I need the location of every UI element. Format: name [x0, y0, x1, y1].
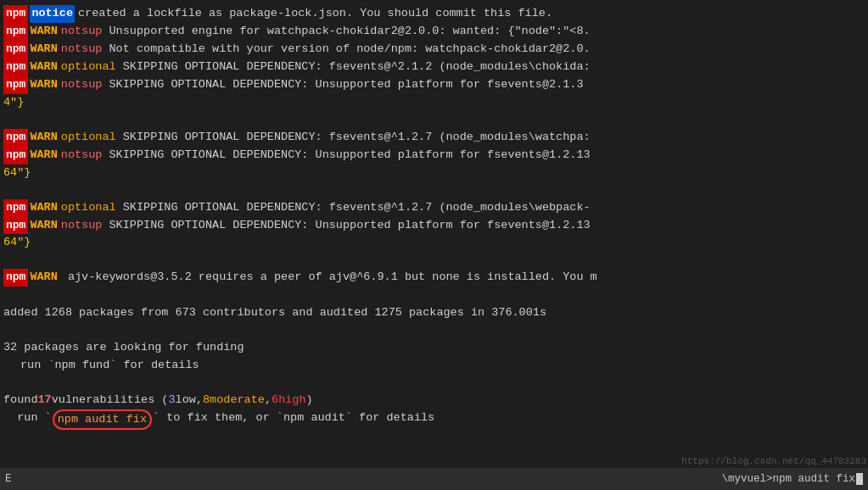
npm-badge: npm [3, 23, 28, 41]
log-line-extra1: 4"} [3, 94, 865, 112]
npm-badge: npm [3, 217, 28, 235]
comma1: , [196, 392, 203, 409]
warn-label: WARN [30, 269, 57, 287]
line-text: Unsupported engine for watchpack-chokida… [102, 23, 590, 41]
line-text: SKIPPING OPTIONAL DEPENDENCY: Unsupporte… [102, 76, 583, 94]
line-text: SKIPPING OPTIONAL DEPENDENCY: Unsupporte… [102, 147, 590, 164]
log-line-18: run ` npm audit fix ` to fix them, or `n… [3, 409, 865, 431]
vuln-suffix: ) [306, 392, 313, 409]
line-text: ajv-keywords@3.5.2 requires a peer of aj… [61, 269, 597, 287]
log-line-extra3: 64"} [3, 234, 865, 252]
warn-label: WARN [30, 129, 57, 147]
log-line-14: added 1268 packages from 673 contributor… [3, 304, 865, 322]
line-text: added 1268 packages from 673 contributor… [3, 304, 546, 322]
high-count: 6 [272, 392, 278, 409]
line-text: 4"} [3, 94, 24, 112]
line-text: run `npm fund` for details [20, 357, 199, 375]
log-line-15: 32 packages are looking for funding [3, 339, 865, 357]
comma2: , [265, 392, 272, 409]
log-line-13: npm WARN ajv-keywords@3.5.2 requires a p… [3, 269, 865, 287]
log-line-extra2: 64"} [3, 164, 865, 182]
fix-prefix: run ` [3, 409, 52, 431]
log-line-10: npm WARN optional SKIPPING OPTIONAL DEPE… [3, 199, 865, 217]
tag-optional: optional [61, 129, 116, 147]
log-line-2: npm WARN notsup Unsupported engine for w… [3, 23, 865, 41]
moderate-count: 8 [203, 392, 210, 409]
line-text: SKIPPING OPTIONAL DEPENDENCY: Unsupporte… [102, 217, 590, 235]
npm-badge: npm [3, 129, 28, 147]
npm-badge: npm [3, 5, 28, 23]
line-text: SKIPPING OPTIONAL DEPENDENCY: fsevents@^… [116, 58, 591, 76]
low-label: low [176, 392, 196, 409]
log-line-4: npm WARN optional SKIPPING OPTIONAL DEPE… [3, 58, 865, 76]
log-line-3: npm WARN notsup Not compatible with your… [3, 41, 865, 58]
bottom-bar: E \myvuel>npm audit fix [0, 468, 868, 490]
moderate-label: moderate [210, 392, 265, 409]
warn-label: WARN [30, 147, 57, 164]
line-text: 64"} [3, 164, 31, 182]
bottom-left: E [5, 473, 12, 485]
warn-label: WARN [30, 41, 57, 58]
npm-badge: npm [3, 269, 28, 287]
line-text: 32 packages are looking for funding [3, 339, 244, 357]
vuln-count: 17 [38, 392, 52, 409]
low-count: 3 [168, 392, 175, 409]
npm-badge: npm [3, 147, 28, 164]
fix-mid: ` to fix them, or `npm audit` for detail… [153, 409, 434, 431]
npm-badge: npm [3, 58, 28, 76]
high-label: high [278, 392, 305, 409]
log-line-17: found 17 vulnerabilities ( 3 low , 8 mod… [3, 392, 865, 409]
line-text: created a lockfile as package-lock.json.… [78, 5, 552, 23]
vuln-mid: vulnerabilities ( [52, 392, 169, 409]
npm-audit-fix-circled: npm audit fix [53, 409, 152, 431]
notice-badge: notice [30, 5, 75, 23]
bottom-path-right: \myvuel>npm audit fix [721, 473, 855, 485]
tag-notsup: notsup [61, 41, 103, 58]
warn-label: WARN [30, 58, 57, 76]
tag-optional: optional [61, 199, 116, 217]
log-line-8: npm WARN notsup SKIPPING OPTIONAL DEPEND… [3, 147, 865, 164]
warn-label: WARN [30, 199, 57, 217]
cursor [856, 473, 863, 485]
line-text: 64"} [3, 234, 31, 252]
terminal: npm notice created a lockfile as package… [0, 0, 868, 490]
tag-notsup: notsup [61, 217, 103, 235]
log-line-16: run `npm fund` for details [20, 357, 865, 375]
log-line-5: npm WARN notsup SKIPPING OPTIONAL DEPEND… [3, 76, 865, 94]
line-text: SKIPPING OPTIONAL DEPENDENCY: fsevents@^… [116, 129, 591, 147]
tag-optional: optional [61, 58, 116, 76]
npm-badge: npm [3, 199, 28, 217]
npm-badge: npm [3, 41, 28, 58]
line-text: SKIPPING OPTIONAL DEPENDENCY: fsevents@^… [116, 199, 591, 217]
watermark: https://blog.csdn.net/qq_44783283 [681, 456, 868, 466]
warn-label: WARN [30, 76, 57, 94]
log-line-7: npm WARN optional SKIPPING OPTIONAL DEPE… [3, 129, 865, 147]
npm-badge: npm [3, 76, 28, 94]
line-text: Not compatible with your version of node… [102, 41, 590, 58]
tag-notsup: notsup [61, 76, 103, 94]
tag-notsup: notsup [61, 23, 103, 41]
vuln-prefix: found [3, 392, 38, 409]
warn-label: WARN [30, 23, 57, 41]
log-line-11: npm WARN notsup SKIPPING OPTIONAL DEPEND… [3, 217, 865, 235]
log-line-1: npm notice created a lockfile as package… [3, 5, 865, 23]
warn-label: WARN [30, 217, 57, 235]
tag-notsup: notsup [61, 147, 103, 164]
